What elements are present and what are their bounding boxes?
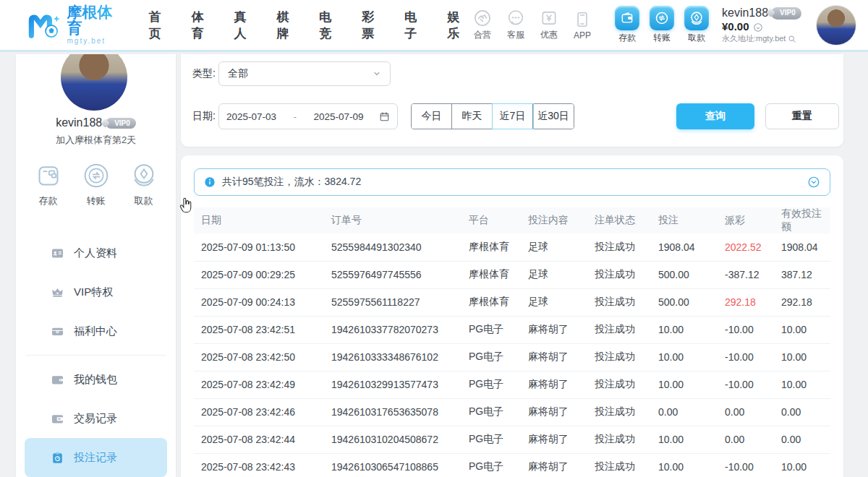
transfer-icon: [82, 161, 111, 190]
cell-date: 2025-07-08 23:42:46: [194, 398, 324, 426]
user-avatar[interactable]: [816, 5, 856, 46]
date-to: 2025-07-09: [313, 111, 363, 122]
sidebar-withdraw-label: 取款: [135, 194, 153, 207]
table-row[interactable]: 2025-07-08 23:42:511942610337782070273PG…: [194, 316, 830, 343]
cell-order: 1942610337782070273: [324, 316, 461, 343]
table-row[interactable]: 2025-07-09 00:29:255255976497745556摩根体育足…: [194, 261, 830, 288]
range-30days-button[interactable]: 近30日: [533, 104, 574, 129]
nav-item-live[interactable]: 真人: [234, 9, 255, 42]
cell-order: 1942610329913577473: [324, 371, 461, 398]
profile-avatar[interactable]: [61, 54, 127, 111]
nav-item-esports[interactable]: 电竞: [319, 9, 339, 42]
sidebar-item-benefits[interactable]: 福利中心: [16, 311, 176, 351]
type-select[interactable]: 全部: [218, 61, 391, 86]
sidebar-transfer-button[interactable]: 转账: [82, 161, 111, 207]
cell-valid: 292.18: [774, 288, 830, 316]
header-valid: 有效投注额: [774, 207, 830, 233]
app-label: APP: [574, 30, 591, 40]
cell-platform: 摩根体育: [461, 288, 521, 316]
cell-date: 2025-07-08 23:42:49: [194, 371, 324, 398]
withdraw-button[interactable]: 取款: [684, 6, 709, 44]
table-row[interactable]: 2025-07-09 00:24:135255975561118227摩根体育足…: [194, 288, 830, 316]
cell-platform: PG电子: [461, 371, 521, 398]
deposit-button[interactable]: 存款: [615, 6, 639, 44]
nav-item-lottery[interactable]: 彩票: [362, 9, 382, 42]
cell-payout: -10.00: [718, 371, 774, 398]
nav-item-slots[interactable]: 电子: [404, 9, 425, 42]
transactions-icon: [51, 412, 64, 426]
nav-item-entertainment[interactable]: 娱乐: [447, 9, 467, 42]
cell-status: 投注成功: [587, 398, 651, 426]
table-row[interactable]: 2025-07-09 01:13:505255984491302340摩根体育足…: [194, 233, 830, 261]
cell-status: 投注成功: [587, 288, 651, 316]
cell-payout: 292.18: [718, 288, 774, 316]
table-row[interactable]: 2025-07-08 23:42:441942610310204508672PG…: [194, 426, 830, 453]
query-button[interactable]: 查询: [676, 103, 754, 129]
cell-date: 2025-07-09 00:24:13: [194, 288, 324, 316]
sidebar-item-label: 福利中心: [74, 325, 117, 338]
sidebar-item-label: VIP特权: [74, 285, 113, 299]
nav-item-cards[interactable]: 棋牌: [276, 9, 297, 42]
sidebar-transfer-label: 转账: [87, 194, 106, 207]
circle-down-icon: [807, 176, 820, 189]
header-content: 投注内容: [521, 207, 587, 233]
cell-date: 2025-07-08 23:42:51: [194, 316, 324, 343]
quick-range-group: 今日 昨天 近7日 近30日: [411, 103, 574, 129]
table-row[interactable]: 2025-07-08 23:42:431942610306547108865PG…: [194, 453, 830, 477]
table-header-row: 日期 订单号 平台 投注内容 注单状态 投注 派彩 有效投注额: [194, 207, 830, 233]
sidebar-item-transactions[interactable]: 交易记录: [16, 399, 176, 438]
cell-content: 足球: [521, 261, 587, 288]
cell-content: 麻将胡了: [521, 371, 587, 398]
sidebar-item-label: 我的钱包: [74, 373, 117, 387]
date-range-input[interactable]: 2025-07-03 - 2025-07-09: [218, 103, 398, 129]
promo-button[interactable]: 优惠: [534, 9, 564, 41]
refresh-balance-icon[interactable]: [753, 22, 763, 33]
sidebar-withdraw-button[interactable]: 取款: [129, 161, 158, 207]
sidebar-vip-badge: VIP0: [106, 118, 136, 129]
cell-content: 麻将胡了: [521, 343, 587, 371]
table-row[interactable]: 2025-07-08 23:42:491942610329913577473PG…: [194, 371, 830, 398]
cell-valid: 0.00: [774, 398, 830, 426]
cell-status: 投注成功: [587, 233, 651, 261]
wallet-icon: [51, 373, 64, 387]
partner-button[interactable]: 合营: [467, 9, 498, 41]
magnifier-icon[interactable]: [788, 35, 796, 43]
navbar: 摩根体育 mgty.bet 首页 体育 真人 棋牌 电竞 彩票 电子 娱乐 合营…: [0, 0, 868, 52]
joined-days: 加入摩根体育第2天: [16, 134, 176, 147]
cell-bet: 10.00: [651, 371, 718, 398]
cell-content: 麻将胡了: [521, 426, 587, 453]
nav-item-sports[interactable]: 体育: [192, 9, 212, 42]
username: kevin188: [722, 6, 768, 20]
range-7days-button[interactable]: 近7日: [493, 104, 533, 129]
range-today-button[interactable]: 今日: [412, 104, 452, 129]
range-yesterday-button[interactable]: 昨天: [452, 104, 493, 129]
app-button[interactable]: APP: [567, 10, 597, 40]
cell-date: 2025-07-08 23:42:43: [194, 453, 324, 477]
sidebar-item-profile[interactable]: 个人资料: [16, 233, 176, 272]
sidebar-item-bet-records[interactable]: 投注记录: [25, 438, 167, 477]
cell-platform: PG电子: [461, 316, 521, 343]
partner-label: 合营: [474, 29, 491, 41]
support-button[interactable]: 客服: [501, 9, 531, 41]
cell-payout: -10.00: [718, 343, 774, 371]
cell-bet: 10.00: [651, 343, 718, 371]
cell-content: 足球: [521, 233, 587, 261]
cell-valid: 10.00: [774, 343, 830, 371]
menu-divider: [26, 355, 166, 356]
expand-summary-button[interactable]: [807, 176, 820, 189]
cell-payout: -10.00: [718, 316, 774, 343]
sidebar-item-label: 投注记录: [74, 451, 117, 465]
sidebar-item-vip[interactable]: VIP特权: [16, 272, 176, 311]
table-row[interactable]: 2025-07-08 23:42:461942610317653635078PG…: [194, 398, 830, 426]
transfer-button[interactable]: 转账: [650, 6, 674, 44]
sidebar-item-wallet[interactable]: 我的钱包: [16, 360, 176, 399]
logo[interactable]: 摩根体育 mgty.bet: [27, 4, 122, 46]
cell-payout: -10.00: [718, 453, 774, 477]
table-row[interactable]: 2025-07-08 23:42:501942610333348676102PG…: [194, 343, 830, 371]
sidebar-deposit-button[interactable]: 存款: [34, 161, 63, 207]
nav-menu: 首页 体育 真人 棋牌 电竞 彩票 电子 娱乐: [149, 9, 467, 42]
bet-records-table: 日期 订单号 平台 投注内容 注单状态 投注 派彩 有效投注额 2025-07-…: [194, 207, 830, 477]
reset-button[interactable]: 重置: [765, 103, 839, 129]
transfer-label: 转账: [653, 32, 671, 44]
nav-item-home[interactable]: 首页: [149, 9, 169, 42]
